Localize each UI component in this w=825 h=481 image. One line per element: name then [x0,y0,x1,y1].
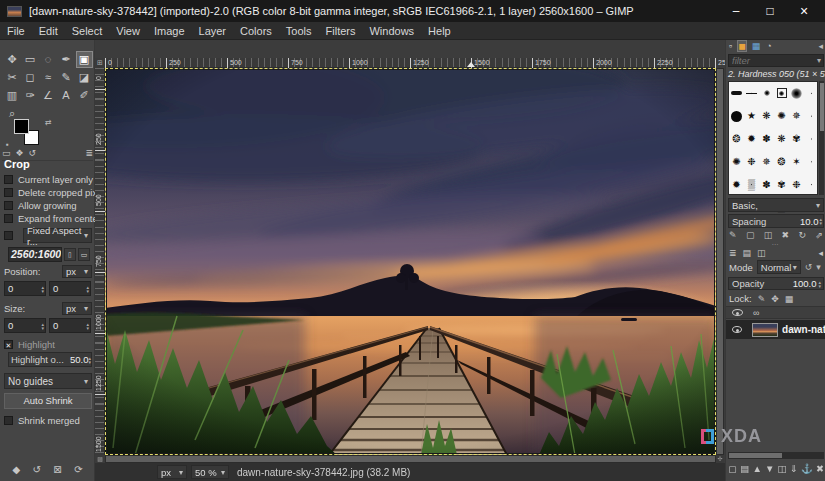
layer-new-icon[interactable]: ▢ [728,463,737,474]
brush-duplicate-icon[interactable]: ◫ [764,230,773,240]
brush-refresh-icon[interactable]: ↻ [799,230,807,240]
opacity-slider[interactable]: Opacity 100.0 ▴▾ [728,277,824,290]
brush-tex6[interactable]: ✽ [759,128,774,151]
dock-tab-brushes-icon[interactable]: ◼ [738,41,745,51]
tab-undo-history-icon[interactable]: ↺ [29,148,37,158]
landscape-icon[interactable]: ▭ [78,248,90,261]
brush-dot-s[interactable] [759,82,774,105]
brush-tex9[interactable]: ✶ [789,150,804,173]
brush-tex3[interactable]: ✵ [759,150,774,173]
lock-paint-icon[interactable]: ✎ [758,294,766,304]
brush-grid-scrollbar[interactable] [819,81,824,195]
tab-images-icon[interactable]: ≣ [85,148,93,158]
portrait-icon[interactable]: ▯ [64,248,76,261]
smudge-tool[interactable]: ≈ [40,69,57,86]
brush-circle[interactable] [729,105,744,128]
layer-merge-icon[interactable]: ⇓ [790,463,798,474]
menu-filters[interactable]: Filters [319,22,363,39]
aspect-ratio-input[interactable]: 2560:1600 [8,247,62,262]
color-picker-tool[interactable]: ✑ [22,87,39,104]
layer-anchor-icon[interactable]: ⚓ [801,463,813,474]
minimize-button[interactable]: – [719,0,753,22]
highlight-opacity-slider[interactable]: Highlight o... 50.0 ▴▾ [8,352,92,367]
crop-tool[interactable]: ▣ [76,51,93,68]
opts-reset-icon[interactable]: ⟳ [74,464,82,475]
layer-lower-icon[interactable]: ▼ [765,463,774,474]
brush-delete-icon[interactable]: ✖ [782,230,790,240]
delete-cropped-pixels-checkbox[interactable] [4,188,13,197]
layer-delete-icon[interactable]: ✖ [816,463,824,474]
mode-reset-icon[interactable]: ↺ [805,262,813,272]
dock-tab-history-icon[interactable]: ◔ [766,41,771,51]
menu-layer[interactable]: Layer [192,22,234,39]
brush-tex5[interactable]: ✹ [744,128,759,151]
brush-tex8[interactable]: ❉ [789,173,804,196]
brush-tex7[interactable]: ✾ [789,128,804,151]
brush-tag-dropdown[interactable]: Basic,▾ [728,198,824,212]
vertical-scrollbar[interactable] [716,68,724,455]
fixed-aspect-dropdown[interactable]: Fixed Aspect r...▾ [23,228,92,243]
auto-shrink-button[interactable]: Auto Shrink [4,393,92,409]
brush-bar[interactable] [729,82,744,105]
brush-tex1[interactable]: ❋ [759,105,774,128]
clone-tool[interactable]: ▥ [4,87,21,104]
brush-dot-m[interactable] [789,82,804,105]
text-tool[interactable]: A [58,87,75,104]
brush-open-icon[interactable]: ⇗ [815,230,823,240]
transform-tool[interactable]: ◻ [22,69,39,86]
dock-collapse-icon[interactable]: ◂ [818,41,823,51]
tab-tool-options-icon[interactable]: ▭ [2,148,11,158]
tabs2-collapse-icon[interactable]: ◂ [818,248,823,258]
zoom-dropdown[interactable]: 50 %▾ [191,465,229,479]
menu-view[interactable]: View [109,22,147,39]
tabs2-paths-icon[interactable]: ◫ [757,248,766,258]
quick-mask-icon[interactable]: ▨ [95,455,105,463]
brush-grid[interactable]: ★❋✺✵❂✹✽❋✾✺❉✵❂✶✹▒✽✾❉✺✶❋▒❂ [728,81,818,195]
opts-restore-icon[interactable]: ↺ [33,464,41,475]
menu-select[interactable]: Select [65,22,110,39]
brush-star[interactable]: ★ [744,105,759,128]
menu-colors[interactable]: Colors [233,22,279,39]
tab-device-status-icon[interactable]: ❖ [16,148,24,158]
vertical-ruler[interactable]: 0250500750100012501500 [95,68,105,455]
position-y-field[interactable]: 0▴▾ [49,281,91,296]
dock-tab-fonts-icon[interactable]: ▫ [729,41,732,51]
free-select-tool[interactable]: ◌ [40,51,57,68]
foreground-color-swatch[interactable] [14,119,29,134]
guides-dropdown[interactable]: No guides▾ [4,373,92,389]
move-tool[interactable]: ✥ [4,51,21,68]
unit-dropdown[interactable]: px▾ [157,465,187,479]
brush-new-icon[interactable]: ▢ [746,230,755,240]
image-canvas[interactable] [105,68,716,455]
brush-tex2[interactable]: ✺ [774,105,789,128]
brush-tex6[interactable]: ✽ [759,173,774,196]
brush-tex8[interactable]: ❉ [744,150,759,173]
maximize-button[interactable]: □ [753,0,787,22]
size-width-field[interactable]: 0▴▾ [4,318,46,333]
dock-tab-patterns-icon[interactable]: ▦ [752,41,761,51]
layer-visibility-eye-icon[interactable] [732,326,742,333]
size-unit-dropdown[interactable]: px▾ [62,302,92,315]
brush-filter-field[interactable]: ▾ [728,54,824,67]
expand-from-center-checkbox[interactable] [4,214,13,223]
brush-edit-icon[interactable]: ✎ [729,230,737,240]
layer-duplicate-icon[interactable]: ◫ [778,463,787,474]
brush-ring[interactable] [774,82,789,105]
pencil-tool[interactable]: ✎ [58,69,75,86]
brush-tex10[interactable]: ▒ [744,173,759,196]
measure-tool[interactable]: ∠ [40,87,57,104]
brush-tex7[interactable]: ✾ [774,173,789,196]
brush-line[interactable] [744,82,759,105]
brush-filter-input[interactable] [729,55,817,66]
brush-tex4[interactable]: ❂ [774,150,789,173]
layer-thumbnail[interactable] [752,323,778,337]
allow-growing-checkbox[interactable] [4,201,13,210]
menu-help[interactable]: Help [421,22,458,39]
link-icon[interactable]: ∞ [753,308,759,318]
tabs2-channels-icon[interactable]: ▤ [743,248,752,258]
layer-row[interactable]: dawn-nat [726,320,825,339]
navigation-icon[interactable]: ✢ [716,455,724,463]
horizontal-ruler[interactable]: 02505007501000125015001750200022502500 [105,58,716,68]
position-x-field[interactable]: 0▴▾ [4,281,46,296]
menu-edit[interactable]: Edit [32,22,65,39]
